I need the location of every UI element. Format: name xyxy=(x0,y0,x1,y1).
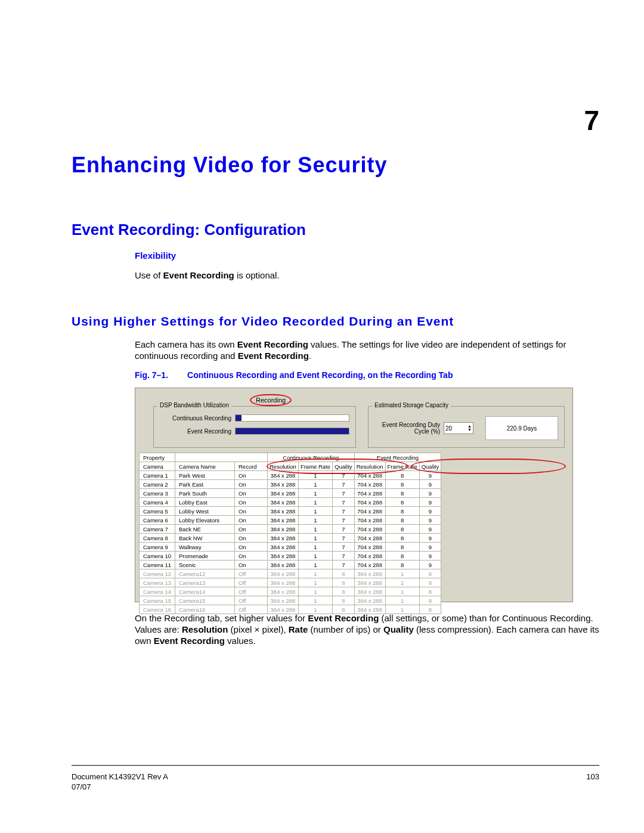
table-row[interactable]: Camera 8Back NWOn384 x 28817704 x 28889 xyxy=(140,534,441,543)
page-footer: Document K14392V1 Rev A 07/07 103 xyxy=(72,772,599,792)
subsection-heading: Using Higher Settings for Video Recorded… xyxy=(72,314,454,329)
cell: Camera 15 xyxy=(140,596,175,605)
cell: 384 x 288 xyxy=(354,587,385,596)
cell: 384 x 288 xyxy=(268,578,299,587)
col-header: Quality xyxy=(333,462,355,471)
cell: 1 xyxy=(385,569,419,578)
table-row[interactable]: Camera 13Camera13Off384 x 28818384 x 288… xyxy=(140,578,441,587)
table-row[interactable]: Camera 7Back NEOn384 x 28817704 x 28889 xyxy=(140,525,441,534)
cell: On xyxy=(235,534,268,543)
bold-text: Rate xyxy=(289,624,308,634)
cell: 9 xyxy=(419,561,441,569)
table-row[interactable]: Camera 14Camera14Off384 x 28818384 x 288… xyxy=(140,587,441,596)
cell: Camera 9 xyxy=(140,543,175,552)
col-header: Frame Rate xyxy=(385,462,419,471)
cell: 704 x 288 xyxy=(354,471,385,480)
table-row[interactable]: Camera 9WalkwayOn384 x 28817704 x 28889 xyxy=(140,543,441,552)
cell: 9 xyxy=(419,480,441,489)
cell: 384 x 288 xyxy=(268,587,299,596)
cell: 1 xyxy=(385,587,419,596)
cell: On xyxy=(235,471,268,480)
table-row[interactable]: Camera 6Lobby ElevatorsOn384 x 28817704 … xyxy=(140,516,441,525)
cell: 8 xyxy=(419,587,441,596)
label: Event Recording Duty Cycle (%) xyxy=(374,422,440,435)
footer-doc-id: Document K14392V1 Rev A xyxy=(72,772,168,782)
cell: Back NW xyxy=(175,534,235,543)
recording-tab[interactable]: Recording xyxy=(250,394,292,406)
cell: 384 x 288 xyxy=(268,543,299,552)
footer-date: 07/07 xyxy=(72,782,168,792)
cell: 1 xyxy=(298,578,332,587)
cell: 384 x 288 xyxy=(268,489,299,498)
cell: On xyxy=(235,498,268,507)
progress-bar xyxy=(235,414,349,422)
cell: Camera 7 xyxy=(140,525,175,534)
cell: 9 xyxy=(419,507,441,516)
cell: 7 xyxy=(333,525,355,534)
cell: 8 xyxy=(385,498,419,507)
cell: 7 xyxy=(333,498,355,507)
body-text: Each camera has its own Event Recording … xyxy=(135,339,599,362)
body-text: Use of Event Recording is optional. xyxy=(135,270,280,280)
cell: On xyxy=(235,480,268,489)
cell: 8 xyxy=(419,578,441,587)
body-text: On the Recording tab, set higher values … xyxy=(135,613,599,646)
cell: 384 x 288 xyxy=(268,480,299,489)
cell: 8 xyxy=(385,543,419,552)
cell: Camera 12 xyxy=(140,569,175,578)
cell: 7 xyxy=(333,489,355,498)
cell: 9 xyxy=(419,525,441,534)
col-header: Frame Rate xyxy=(298,462,332,471)
cell: Lobby Elevators xyxy=(175,516,235,525)
cell: Camera 1 xyxy=(140,471,175,480)
cell: 384 x 288 xyxy=(268,498,299,507)
cell: Camera 2 xyxy=(140,480,175,489)
text: On the Recording tab, set higher values … xyxy=(135,613,308,623)
table-row[interactable]: Camera 12Camera12Off384 x 28818384 x 288… xyxy=(140,569,441,578)
col-header: Camera xyxy=(140,462,175,471)
cell: 7 xyxy=(333,516,355,525)
cell: 704 x 288 xyxy=(354,498,385,507)
cell: Walkway xyxy=(175,543,235,552)
table-row[interactable]: Camera 11ScenicOn384 x 28817704 x 28889 xyxy=(140,561,441,569)
cell: Camera12 xyxy=(175,569,235,578)
table-row[interactable]: Camera 1Park WestOn384 x 28817704 x 2888… xyxy=(140,471,441,480)
cell: Lobby West xyxy=(175,507,235,516)
table-row[interactable]: Camera 3Park SouthOn384 x 28817704 x 288… xyxy=(140,489,441,498)
cell: 7 xyxy=(333,480,355,489)
cell: 1 xyxy=(385,596,419,605)
table-row[interactable]: Camera 4Lobby EastOn384 x 28817704 x 288… xyxy=(140,498,441,507)
figure-caption: Fig. 7–1.Continuous Recording and Event … xyxy=(135,370,453,380)
spinner-arrows-icon[interactable]: ▲▼ xyxy=(467,425,472,432)
label: Event Recording xyxy=(160,428,231,435)
cell: 8 xyxy=(385,507,419,516)
cell: 1 xyxy=(298,552,332,561)
cell: 384 x 288 xyxy=(268,525,299,534)
cell: Park South xyxy=(175,489,235,498)
text: . xyxy=(309,351,311,361)
group-legend: DSP Bandwidth Utilization xyxy=(157,402,231,408)
chapter-title: Enhancing Video for Security xyxy=(72,153,387,178)
cell: 9 xyxy=(419,471,441,480)
cell: 704 x 288 xyxy=(354,561,385,569)
cell: 7 xyxy=(333,552,355,561)
duty-cycle-spinner[interactable]: 20 ▲▼ xyxy=(444,422,473,434)
cell: Camera15 xyxy=(175,596,235,605)
table-row[interactable]: Camera 15Camera15Off384 x 28818384 x 288… xyxy=(140,596,441,605)
table-row[interactable]: Camera 10PromenadeOn384 x 28817704 x 288… xyxy=(140,552,441,561)
cell: 9 xyxy=(419,552,441,561)
cell: On xyxy=(235,543,268,552)
cell: 9 xyxy=(419,516,441,525)
cell: 384 x 288 xyxy=(268,534,299,543)
bold-text: Event Recording xyxy=(154,636,225,646)
cell: 7 xyxy=(333,507,355,516)
figure-caption-text: Continuous Recording and Event Recording… xyxy=(187,370,453,380)
cell: 704 x 288 xyxy=(354,552,385,561)
cell: 384 x 288 xyxy=(354,569,385,578)
cell: 8 xyxy=(333,587,355,596)
progress-bar xyxy=(235,428,349,435)
cell: 384 x 288 xyxy=(268,507,299,516)
table-row[interactable]: Camera 5Lobby WestOn384 x 28817704 x 288… xyxy=(140,507,441,516)
group-legend: Estimated Storage Capacity xyxy=(372,402,451,408)
table-row[interactable]: Camera 2Park EastOn384 x 28817704 x 2888… xyxy=(140,480,441,489)
